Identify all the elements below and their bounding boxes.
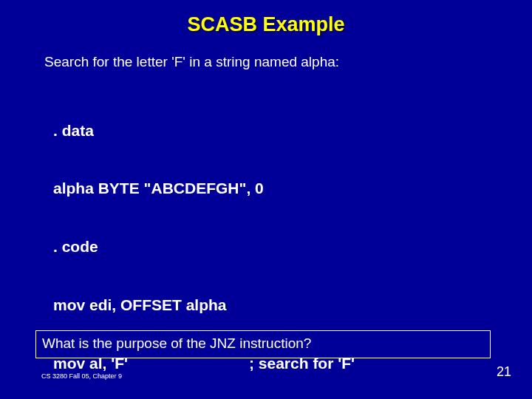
footer-text: CS 3280 Fall 05, Chapter 9 — [41, 372, 122, 380]
code-line: . code — [53, 237, 532, 256]
code-line: mov edi, OFFSET alpha — [53, 296, 532, 315]
code-line: alpha BYTE "ABCDEFGH", 0 — [53, 179, 532, 198]
code-line: . data — [53, 121, 532, 140]
slide-title: SCASB Example — [0, 0, 532, 36]
slide: SCASB Example Search for the letter 'F' … — [0, 0, 532, 399]
page-number: 21 — [497, 364, 511, 380]
question-box: What is the purpose of the JNZ instructi… — [35, 330, 491, 358]
slide-description: Search for the letter 'F' in a string na… — [44, 54, 532, 70]
